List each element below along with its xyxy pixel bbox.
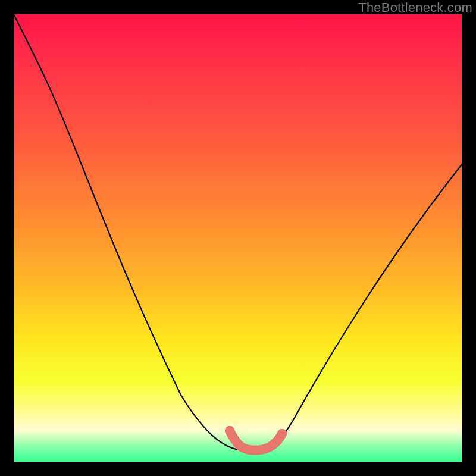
- plot-area: [14, 14, 462, 462]
- watermark-text: TheBottleneck.com: [358, 0, 472, 15]
- bottleneck-curve: [13, 13, 463, 450]
- highlight-endcap-right: [277, 429, 287, 439]
- curve-layer: [14, 14, 462, 462]
- chart-frame: TheBottleneck.com: [0, 0, 476, 476]
- highlight-flat-segment: [230, 431, 282, 450]
- highlight-endcap-left: [225, 426, 234, 436]
